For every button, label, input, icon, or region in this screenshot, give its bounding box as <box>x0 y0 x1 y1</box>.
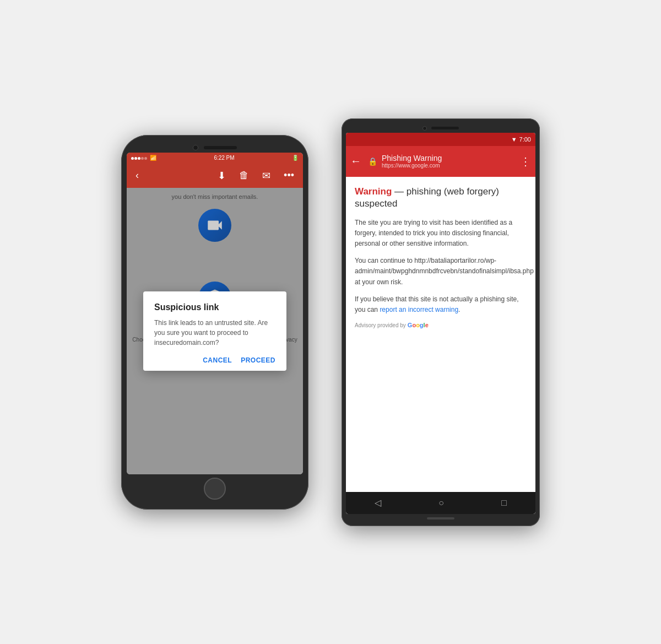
iphone-camera <box>193 145 198 150</box>
proceed-button[interactable]: PROCEED <box>241 356 275 364</box>
download-icon[interactable]: ⬇ <box>215 167 228 184</box>
android-speaker <box>431 127 459 129</box>
para3-suffix: . <box>458 306 460 313</box>
android-top-bezel <box>346 123 535 133</box>
status-left: 📶 <box>131 155 156 161</box>
trash-icon[interactable]: 🗑 <box>237 167 251 184</box>
android-more-button[interactable]: ⋮ <box>520 155 531 168</box>
android-toolbar-title: Phishing Warning <box>382 154 516 163</box>
android-camera <box>422 126 427 131</box>
android-status-bar: ▼ 7:00 <box>346 133 535 146</box>
android-wifi-icon: ▼ <box>511 136 517 143</box>
iphone-screen: 📶 6:22 PM 🔋 ‹ ⬇ 🗑 ✉ ••• you don't miss i… <box>127 153 303 474</box>
iphone-speaker <box>204 146 237 149</box>
android-screen: ▼ 7:00 ← 🔒 Phishing Warning https://www.… <box>346 133 535 514</box>
wifi-icon: 📶 <box>150 155 156 161</box>
warning-para-1: The site you are trying to visit has bee… <box>355 218 527 250</box>
advisory-text: Advisory provided by <box>355 322 406 328</box>
cancel-button[interactable]: CANCEL <box>203 356 232 364</box>
warning-para-3: If you believe that this site is not act… <box>355 294 527 315</box>
android-toolbar: ← 🔒 Phishing Warning https://www.google.… <box>346 146 535 177</box>
android-lock-icon: 🔒 <box>368 157 377 166</box>
scene: 📶 6:22 PM 🔋 ‹ ⬇ 🗑 ✉ ••• you don't miss i… <box>0 96 661 548</box>
report-incorrect-warning-link[interactable]: report an incorrect warning <box>380 306 458 313</box>
iphone-home-row <box>127 474 303 504</box>
android-bottom-bar <box>427 517 454 519</box>
android-device: ▼ 7:00 ← 🔒 Phishing Warning https://www.… <box>342 118 540 526</box>
android-content: Warning — phishing (web forgery) suspect… <box>346 177 535 492</box>
android-nav-back[interactable]: ◁ <box>375 497 381 508</box>
warning-word: Warning <box>355 186 392 197</box>
more-icon[interactable]: ••• <box>281 167 296 184</box>
android-nav-home[interactable]: ○ <box>438 498 444 508</box>
iphone-content: you don't miss important emails. Suspici… <box>127 188 303 474</box>
iphone-status-bar: 📶 6:22 PM 🔋 <box>127 153 303 164</box>
battery-status: 🔋 <box>292 155 299 161</box>
toolbar-right-icons: ⬇ 🗑 ✉ ••• <box>215 167 296 184</box>
back-button[interactable]: ‹ <box>133 167 141 183</box>
iphone-device: 📶 6:22 PM 🔋 ‹ ⬇ 🗑 ✉ ••• you don't miss i… <box>121 135 308 510</box>
signal-dots <box>131 155 148 161</box>
google-logo: Google <box>408 322 429 328</box>
android-time: 7:00 <box>519 136 531 143</box>
iphone-toolbar: ‹ ⬇ 🗑 ✉ ••• <box>127 164 303 188</box>
dialog-buttons: CANCEL PROCEED <box>154 356 275 364</box>
warning-para-2: You can continue to http://bataliaportar… <box>355 256 527 288</box>
android-bottom-row <box>346 514 535 522</box>
android-nav-bar: ◁ ○ □ <box>346 492 535 514</box>
android-title-area: Phishing Warning https://www.google.com <box>382 154 516 169</box>
dialog-body: This link leads to an untrusted site. Ar… <box>154 318 275 348</box>
home-button[interactable] <box>204 478 226 500</box>
android-back-button[interactable]: ← <box>350 155 361 167</box>
iphone-top-bezel <box>127 140 303 153</box>
android-toolbar-url: https://www.google.com <box>382 163 516 169</box>
advisory: Advisory provided by Google <box>355 322 527 328</box>
dialog-overlay: Suspicious link This link leads to an un… <box>127 188 303 474</box>
dialog-title: Suspicious link <box>154 302 275 312</box>
suspicious-link-dialog: Suspicious link This link leads to an un… <box>143 291 286 371</box>
time-display: 6:22 PM <box>214 155 234 161</box>
mail-icon[interactable]: ✉ <box>260 167 273 184</box>
warning-heading: Warning — phishing (web forgery) suspect… <box>355 186 527 210</box>
android-nav-recent[interactable]: □ <box>501 498 507 508</box>
